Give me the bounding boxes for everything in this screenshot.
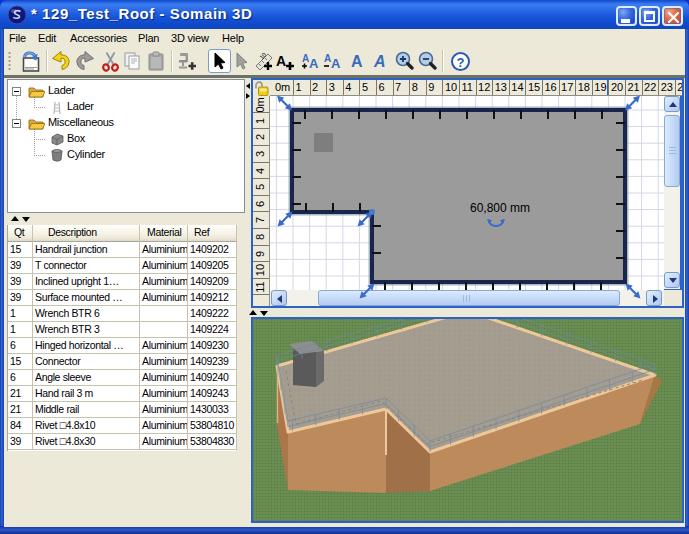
svg-text:A: A: [331, 56, 341, 71]
svg-text:A: A: [373, 53, 386, 70]
svg-text:A: A: [351, 53, 363, 70]
svg-text:A: A: [276, 53, 286, 69]
svg-text:A: A: [309, 56, 319, 71]
svg-text:?: ?: [457, 55, 465, 70]
svg-text:60,800 mm: 60,800 mm: [470, 201, 530, 215]
